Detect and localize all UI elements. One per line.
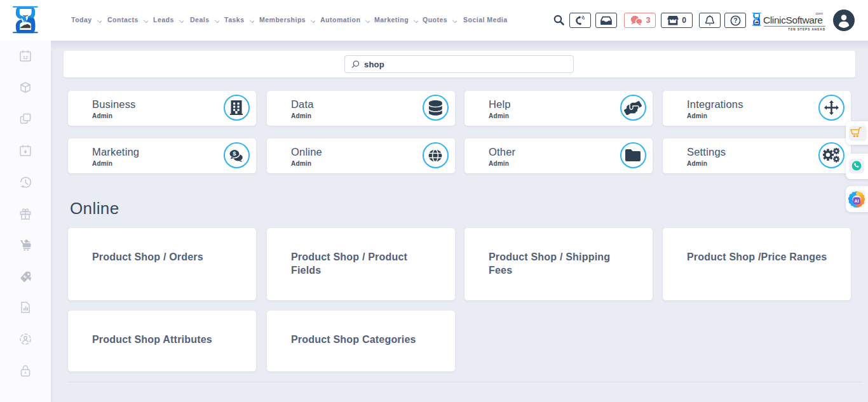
svg-text:TEN STEPS AHEAD: TEN STEPS AHEAD [788,28,825,31]
svg-text:$: $ [233,150,236,157]
svg-text:12: 12 [23,55,28,60]
svg-text:?: ? [733,17,737,24]
svg-text:.com: .com [815,11,823,15]
svg-text:AI: AI [855,199,859,203]
svg-text:ClinicSoftware: ClinicSoftware [763,15,822,25]
